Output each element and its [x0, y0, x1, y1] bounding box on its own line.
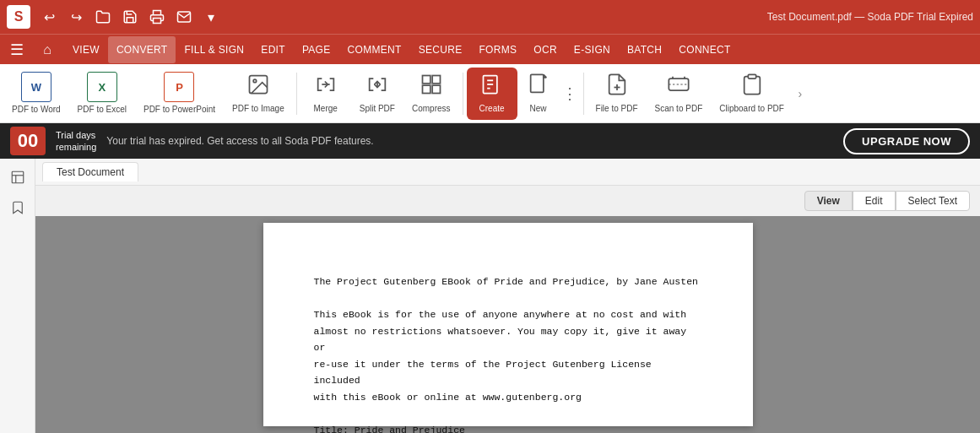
open-button[interactable]	[91, 5, 115, 29]
sidebar-bookmarks-icon[interactable]	[6, 196, 30, 219]
pdf-page: The Project Gutenberg EBook of Pride and…	[263, 223, 753, 426]
save-button[interactable]	[118, 5, 142, 29]
pdf-line-8: Title: Pride and Prejudice	[314, 422, 702, 433]
scan-to-pdf-button[interactable]: Scan to PDF	[647, 68, 712, 120]
new-label: New	[530, 104, 547, 114]
print-button[interactable]	[145, 5, 169, 29]
create-label: Create	[479, 104, 505, 114]
create-icon	[480, 73, 504, 101]
pdf-to-image-label: PDF to Image	[232, 104, 284, 114]
pdf-to-excel-button[interactable]: X PDF to Excel	[69, 68, 135, 120]
document-title: Test Document.pdf — Soda PDF Trial Expir…	[767, 11, 973, 23]
word-icon: W	[21, 72, 51, 102]
hamburger-menu[interactable]: ☰	[3, 36, 30, 63]
trial-message: Your trial has expired. Get access to al…	[106, 135, 833, 147]
new-button[interactable]: New	[517, 68, 560, 120]
main-content: Test Document View Edit Select Text The …	[35, 159, 980, 433]
file-to-pdf-label: File to PDF	[596, 104, 638, 114]
menu-convert[interactable]: CONVERT	[108, 36, 176, 63]
pdf-line-6: with this eBook or online at www.gutenbe…	[314, 389, 702, 406]
menu-ocr[interactable]: OCR	[525, 36, 566, 63]
toolbar-scroll-right[interactable]: ›	[793, 68, 808, 120]
clipboard-to-pdf-icon	[740, 73, 764, 101]
menu-page[interactable]: PAGE	[294, 36, 339, 63]
svg-point-2	[253, 79, 257, 83]
redo-button[interactable]: ↪	[64, 5, 88, 29]
pdf-line-5: re-use it under the terms of the Project…	[314, 356, 702, 389]
menu-comment[interactable]: COMMENT	[339, 36, 410, 63]
create-button[interactable]: Create	[467, 68, 517, 120]
pdf-line-4: almost no restrictions whatsoever. You m…	[314, 323, 702, 356]
new-icon	[527, 73, 550, 101]
pdf-to-powerpoint-label: PDF to PowerPoint	[143, 105, 215, 115]
app-logo: S	[7, 5, 30, 29]
top-bar-actions: ↩ ↪ ▾	[37, 5, 223, 29]
svg-rect-11	[530, 74, 543, 92]
scan-to-pdf-icon	[667, 73, 690, 101]
email-button[interactable]	[172, 5, 196, 29]
view-controls: View Edit Select Text	[35, 186, 980, 216]
scan-to-pdf-label: Scan to PDF	[655, 104, 703, 114]
excel-icon: X	[87, 72, 117, 102]
undo-button[interactable]: ↩	[37, 5, 61, 29]
pdf-to-word-button[interactable]: W PDF to Word	[3, 68, 69, 120]
split-pdf-label: Split PDF	[360, 104, 395, 114]
compress-icon	[420, 73, 443, 101]
menu-fill-sign[interactable]: FILL & SIGN	[176, 36, 252, 63]
compress-label: Compress	[412, 104, 451, 114]
svg-rect-0	[154, 19, 161, 24]
pdf-line-3: This eBook is for the use of anyone anyw…	[314, 306, 702, 323]
menu-forms[interactable]: FORMS	[470, 36, 525, 63]
file-to-pdf-icon	[605, 73, 629, 101]
more-button[interactable]: ▾	[199, 5, 223, 29]
sidebar-pages-icon[interactable]	[6, 165, 30, 189]
trial-days-label: Trial days remaining	[56, 129, 96, 154]
svg-rect-16	[748, 74, 755, 78]
select-text-button[interactable]: Select Text	[896, 191, 970, 211]
svg-rect-5	[422, 85, 430, 93]
menu-view[interactable]: VIEW	[64, 36, 108, 63]
svg-rect-4	[432, 76, 440, 84]
document-tab-bar: Test Document	[35, 159, 980, 186]
toolbar: W PDF to Word X PDF to Excel P PDF to Po…	[0, 64, 980, 123]
menu-connect[interactable]: CONNECT	[670, 36, 739, 63]
toolbar-divider-2	[463, 73, 463, 115]
trial-banner: 00 Trial days remaining Your trial has e…	[0, 123, 980, 159]
split-pdf-button[interactable]: Split PDF	[351, 68, 403, 120]
pdf-to-excel-label: PDF to Excel	[78, 105, 127, 115]
merge-label: Merge	[314, 104, 338, 114]
pdf-to-powerpoint-button[interactable]: P PDF to PowerPoint	[135, 68, 224, 120]
pdf-to-word-label: PDF to Word	[12, 105, 61, 115]
split-icon	[365, 73, 389, 101]
file-to-pdf-button[interactable]: File to PDF	[587, 68, 647, 120]
menu-bar: ☰ ⌂ VIEW CONVERT FILL & SIGN EDIT PAGE C…	[0, 34, 980, 64]
menu-esign[interactable]: E-SIGN	[566, 36, 619, 63]
menu-edit[interactable]: EDIT	[252, 36, 294, 63]
compress-button[interactable]: Compress	[403, 68, 459, 120]
document-tab[interactable]: Test Document	[42, 162, 138, 181]
edit-mode-button[interactable]: Edit	[853, 191, 896, 211]
top-bar: S ↩ ↪ ▾ Test Document.pdf — Soda PDF Tri…	[0, 0, 980, 34]
pdf-to-image-button[interactable]: PDF to Image	[224, 68, 293, 120]
toolbar-divider-3	[583, 73, 584, 115]
svg-rect-6	[432, 85, 440, 93]
merge-button[interactable]: Merge	[300, 68, 351, 120]
clipboard-to-pdf-button[interactable]: Clipboard to PDF	[711, 68, 793, 120]
left-sidebar	[0, 159, 35, 433]
upgrade-button[interactable]: UPGRADE NOW	[843, 128, 970, 154]
svg-rect-17	[12, 171, 24, 183]
home-button[interactable]: ⌂	[34, 36, 61, 63]
powerpoint-icon: P	[164, 72, 194, 102]
document-area: Test Document View Edit Select Text The …	[0, 159, 980, 433]
pdf-line-1: The Project Gutenberg EBook of Pride and…	[314, 273, 702, 290]
trial-counter: 00	[10, 127, 46, 155]
toolbar-divider-1	[296, 73, 297, 115]
view-mode-button[interactable]: View	[804, 191, 853, 211]
image-icon	[246, 73, 270, 101]
clipboard-to-pdf-label: Clipboard to PDF	[719, 104, 784, 114]
pdf-viewer: The Project Gutenberg EBook of Pride and…	[35, 216, 980, 433]
toolbar-more-button[interactable]: ⋮	[560, 68, 580, 120]
menu-secure[interactable]: SECURE	[410, 36, 471, 63]
menu-batch[interactable]: BATCH	[619, 36, 670, 63]
svg-rect-3	[422, 76, 430, 84]
